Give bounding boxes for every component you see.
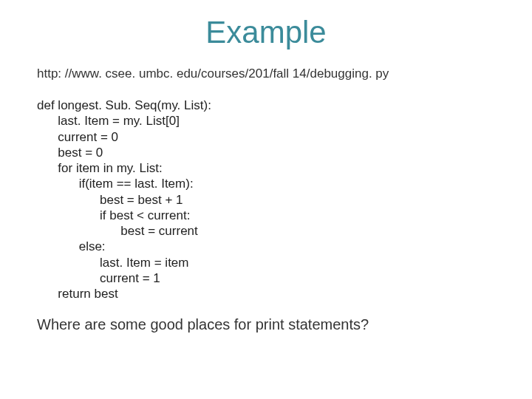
slide-title: Example xyxy=(37,15,495,50)
code-block: def longest. Sub. Seq(my. List): last. I… xyxy=(37,98,495,301)
question-text: Where are some good places for print sta… xyxy=(37,316,495,333)
slide: Example http: //www. csee. umbc. edu/cou… xyxy=(0,0,532,399)
source-url: http: //www. csee. umbc. edu/courses/201… xyxy=(37,66,495,81)
